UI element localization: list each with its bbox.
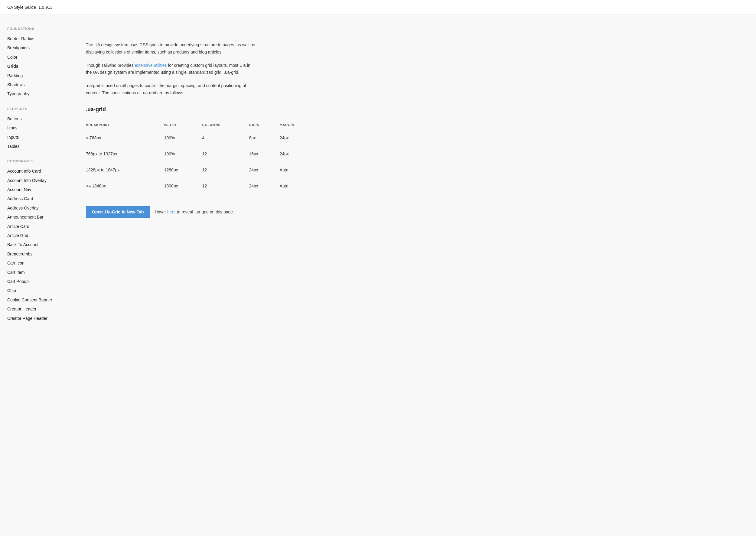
table-row: >= 1848px1800px1224pxAuto: [86, 178, 319, 194]
cell-gaps: 16px: [249, 146, 280, 162]
cell-width: 1280px: [164, 162, 202, 178]
cell-width: 100%: [164, 146, 202, 162]
table-row: 768px to 1327px100%1216px24px: [86, 146, 319, 162]
sidebar-item-breadcrumbs[interactable]: Breadcrumbs: [7, 250, 59, 258]
sidebar-item-typography[interactable]: Typography: [7, 89, 59, 98]
cell-breakpoint: 1328px to 1847px: [86, 162, 164, 178]
topbar: UA Style Guide 1.0.913: [0, 0, 756, 15]
sidebar-item-cart-popup[interactable]: Cart Popup: [7, 277, 59, 286]
sidebar-item-breakpoints[interactable]: Breakpoints: [7, 43, 59, 52]
sidebar-item-creator-header[interactable]: Creator Header: [7, 304, 59, 314]
cell-margin: Auto: [280, 162, 319, 178]
sidebar-item-cookie-consent-banner[interactable]: Cookie Consent Banner: [7, 295, 59, 304]
sidebar-item-announcement-bar[interactable]: Announcement Bar: [7, 213, 59, 221]
col-header-columns: COLUMNS: [202, 120, 249, 130]
sidebar-item-border-radius[interactable]: Border Radius: [7, 34, 59, 43]
sidebar: FOUNDATIONSBorder RadiusBreakpointsColor…: [0, 17, 67, 536]
sidebar-section-label: COMPONENTS: [7, 159, 59, 163]
col-header-margin: MARGIN: [280, 120, 319, 130]
app: UA Style Guide 1.0.913 FOUNDATIONSBorder…: [0, 0, 756, 536]
sidebar-item-grids[interactable]: Grids: [7, 62, 59, 71]
sidebar-item-account-info-overlay[interactable]: Account Info Overlay: [7, 176, 59, 185]
sidebar-item-account-info-card[interactable]: Account Info Card: [7, 167, 59, 176]
grid-table-head: BREAKPOINTWIDTHCOLUMNSGAPSMARGIN: [86, 120, 319, 130]
sidebar-item-cart-item[interactable]: Cart Item: [7, 268, 59, 277]
grid-table-body: < 768px100%48px24px768px to 1327px100%12…: [86, 130, 319, 194]
table-row: 1328px to 1847px1280px1224pxAuto: [86, 162, 319, 178]
cell-margin: Auto: [280, 178, 319, 194]
cell-width: 1800px: [164, 178, 202, 194]
cell-breakpoint: >= 1848px: [86, 178, 164, 194]
sidebar-item-address-card[interactable]: Address Card: [7, 194, 59, 203]
table-row: < 768px100%48px24px: [86, 130, 319, 146]
sidebar-item-account-nav[interactable]: Account Nav: [7, 185, 59, 194]
action-row: Open .Ua-Grid In New Tab Hover here to r…: [86, 206, 319, 218]
open-grid-button[interactable]: Open .Ua-Grid In New Tab: [86, 206, 150, 218]
sidebar-item-creator-page-header[interactable]: Creator Page Header: [7, 314, 59, 323]
main-content: The UA design system uses CSS grids to p…: [67, 17, 339, 536]
app-version: 1.0.913: [38, 5, 52, 10]
intro-paragraph-3: .ua-grid is used on all pages to control…: [86, 82, 255, 97]
sidebar-item-address-overlay[interactable]: Address Overlay: [7, 203, 59, 213]
sidebar-item-padding[interactable]: Padding: [7, 71, 59, 80]
sidebar-section-components: COMPONENTSAccount Info CardAccount Info …: [7, 159, 59, 323]
col-header-breakpoint: BREAKPOINT: [86, 120, 164, 130]
col-header-gaps: GAPS: [249, 120, 280, 130]
sidebar-section-label: ELEMENTS: [7, 107, 59, 111]
app-title: UA Style Guide: [7, 5, 36, 10]
intro-paragraph-2: Though Tailwind provides extensive utili…: [86, 62, 255, 77]
cell-gaps: 8px: [249, 130, 280, 146]
sidebar-section-foundations: FOUNDATIONSBorder RadiusBreakpointsColor…: [7, 27, 59, 99]
sidebar-item-back-to-account[interactable]: Back To Account: [7, 240, 59, 249]
cell-breakpoint: 768px to 1327px: [86, 146, 164, 162]
sidebar-item-shadows[interactable]: Shadows: [7, 80, 59, 89]
layout: FOUNDATIONSBorder RadiusBreakpointsColor…: [0, 17, 756, 536]
sidebar-item-article-grid[interactable]: Article Grid: [7, 231, 59, 240]
cell-columns: 12: [202, 178, 249, 194]
sidebar-item-buttons[interactable]: Buttons: [7, 114, 59, 123]
sidebar-item-cart-icon[interactable]: Cart Icon: [7, 258, 59, 268]
sidebar-item-inputs[interactable]: Inputs: [7, 133, 59, 142]
sidebar-item-icons[interactable]: Icons: [7, 123, 59, 132]
sidebar-section-label: FOUNDATIONS: [7, 27, 59, 31]
cell-margin: 24px: [280, 146, 319, 162]
sidebar-item-article-card[interactable]: Article Card: [7, 222, 59, 231]
here-link[interactable]: here: [167, 210, 176, 214]
col-header-width: WIDTH: [164, 120, 202, 130]
cell-gaps: 24px: [249, 178, 280, 194]
cell-columns: 12: [202, 146, 249, 162]
sidebar-section-elements: ELEMENTSButtonsIconsInputsTables: [7, 107, 59, 151]
grid-table: BREAKPOINTWIDTHCOLUMNSGAPSMARGIN < 768px…: [86, 120, 319, 194]
cell-columns: 4: [202, 130, 249, 146]
cell-margin: 24px: [280, 130, 319, 146]
grid-table-header-row: BREAKPOINTWIDTHCOLUMNSGAPSMARGIN: [86, 120, 319, 130]
intro-paragraph-1: The UA design system uses CSS grids to p…: [86, 41, 255, 56]
cell-width: 100%: [164, 130, 202, 146]
cell-columns: 12: [202, 162, 249, 178]
cell-breakpoint: < 768px: [86, 130, 164, 146]
cell-gaps: 24px: [249, 162, 280, 178]
action-text: Hover here to reveal .ua-grid on this pa…: [155, 210, 234, 214]
sidebar-item-tables[interactable]: Tables: [7, 142, 59, 151]
extensive-utilities-link[interactable]: extensive utilities: [135, 63, 167, 68]
sidebar-item-color[interactable]: Color: [7, 52, 59, 62]
section-title: .ua-grid: [86, 106, 319, 113]
sidebar-item-chip[interactable]: Chip: [7, 286, 59, 295]
